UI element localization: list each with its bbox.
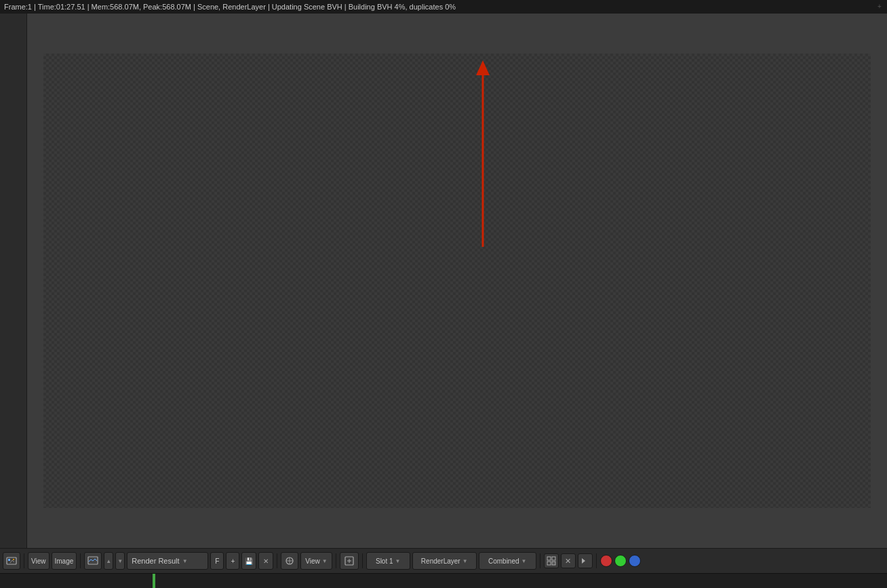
- status-text: Frame:1 | Time:01:27.51 | Mem:568.07M, P…: [4, 3, 456, 11]
- sep-1: [24, 553, 24, 568]
- save-icon: 💾: [245, 557, 253, 565]
- pause-icon: [581, 557, 589, 565]
- scope-editor-icon[interactable]: [281, 552, 298, 570]
- scope-icon: [284, 556, 295, 566]
- fake-user-button[interactable]: F: [210, 552, 224, 570]
- editor-icon-2[interactable]: [84, 552, 102, 570]
- bottom-toolbar: View Image ▲ ▼ Render Result ▼ F + 💾 ✕: [0, 548, 887, 573]
- render-canvas: [43, 54, 871, 508]
- view-menu-label: View: [31, 557, 46, 565]
- svg-rect-11: [547, 557, 551, 560]
- sep-6: [540, 553, 540, 568]
- f-label: F: [215, 557, 219, 565]
- combined-chevron: ▼: [521, 558, 527, 564]
- view-dropdown-label: View: [305, 557, 320, 565]
- sep-2: [80, 553, 81, 568]
- add-image-button[interactable]: +: [226, 552, 239, 570]
- status-bar: Frame:1 | Time:01:27.51 | Mem:568.07M, P…: [0, 0, 887, 14]
- image-menu-label: Image: [55, 557, 74, 565]
- svg-rect-13: [547, 562, 551, 565]
- svg-rect-14: [552, 562, 555, 565]
- zoom-fit-icon: [344, 555, 355, 566]
- svg-point-2: [13, 559, 14, 560]
- delete-button[interactable]: ✕: [258, 552, 273, 570]
- render-result-chevron: ▼: [182, 558, 188, 564]
- renderlayer-label: RenderLayer: [421, 557, 460, 565]
- renderlayer-dropdown[interactable]: RenderLayer ▼: [412, 552, 477, 570]
- chevron-down-icon: ▼: [117, 558, 123, 564]
- arrow-head: [476, 60, 490, 75]
- renderlayer-chevron: ▼: [462, 558, 468, 564]
- view-menu-button[interactable]: View: [28, 552, 50, 570]
- render-area: [27, 14, 887, 548]
- resize-handle[interactable]: +: [878, 3, 884, 9]
- close-icon: ✕: [263, 557, 269, 565]
- image-type-prev-button[interactable]: ▲: [104, 552, 113, 570]
- combined-label: Combined: [488, 557, 519, 565]
- render-result-dropdown[interactable]: Render Result ▼: [127, 552, 208, 570]
- compositor-icon-btn[interactable]: [544, 553, 559, 568]
- view-dropdown[interactable]: View ▼: [300, 552, 332, 570]
- image-editor-icon: [6, 556, 17, 566]
- editor-type-button[interactable]: [3, 552, 20, 570]
- plus-label: +: [231, 557, 235, 565]
- view-dropdown-chevron: ▼: [322, 558, 328, 564]
- pause-btn[interactable]: [578, 553, 593, 568]
- compositor-icon: [547, 556, 556, 566]
- image-type-next-button[interactable]: ▼: [115, 552, 125, 570]
- slot-dropdown[interactable]: Slot 1 ▼: [366, 552, 410, 570]
- left-sidebar: [0, 14, 27, 548]
- svg-rect-1: [8, 559, 10, 561]
- render-ok-circle[interactable]: [614, 555, 627, 567]
- timeline-strip: [0, 573, 887, 588]
- timeline-marker: [153, 574, 155, 588]
- render-info-circle[interactable]: [629, 555, 641, 567]
- slot-chevron: ▼: [395, 558, 401, 564]
- render-result-label: Render Result: [132, 557, 179, 565]
- sep-4: [336, 553, 336, 568]
- arrow-line: [482, 74, 484, 247]
- slot-label: Slot 1: [376, 557, 393, 565]
- sep-5: [362, 553, 363, 568]
- render-stop-circle[interactable]: [600, 555, 612, 567]
- cancel-x-icon: ✕: [565, 557, 571, 566]
- chevron-up-icon: ▲: [106, 558, 111, 564]
- svg-rect-12: [552, 557, 555, 560]
- sep-3: [277, 553, 277, 568]
- image-view-icon: [87, 556, 98, 566]
- cancel-render-btn[interactable]: ✕: [561, 553, 576, 568]
- zoom-fit-button[interactable]: [340, 552, 359, 570]
- image-menu-button[interactable]: Image: [52, 552, 77, 570]
- save-button[interactable]: 💾: [241, 552, 256, 570]
- sep-7: [596, 553, 597, 568]
- combined-dropdown[interactable]: Combined ▼: [479, 552, 536, 570]
